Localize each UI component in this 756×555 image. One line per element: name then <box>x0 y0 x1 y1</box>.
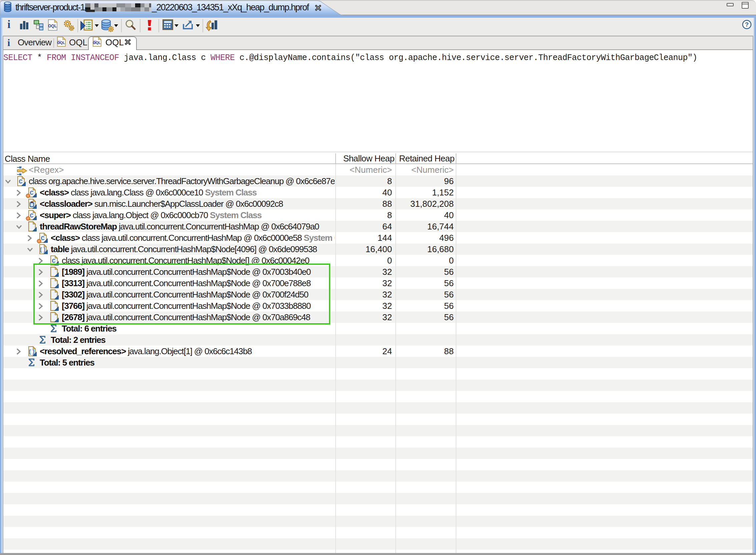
svg-text:C: C <box>30 189 33 197</box>
svg-text:C: C <box>41 235 44 242</box>
svg-text:?: ? <box>745 22 749 28</box>
svg-text:OQL: OQL <box>57 41 65 45</box>
svg-text:OQL: OQL <box>93 41 101 45</box>
svg-text:OQL: OQL <box>48 24 57 28</box>
svg-text:C: C <box>19 178 23 185</box>
svg-text:C: C <box>30 212 33 219</box>
